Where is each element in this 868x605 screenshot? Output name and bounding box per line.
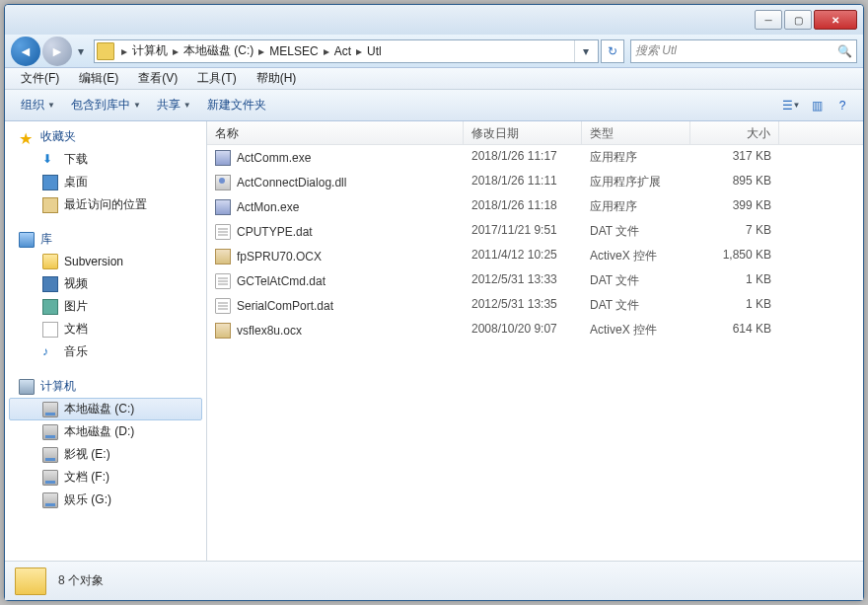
- file-type: 应用程序: [582, 196, 690, 217]
- column-size[interactable]: 大小: [690, 121, 779, 144]
- nav-history-dropdown[interactable]: ▾: [74, 38, 88, 64]
- column-modified[interactable]: 修改日期: [464, 121, 582, 144]
- file-type: 应用程序: [582, 147, 690, 168]
- dat-icon: [215, 298, 231, 314]
- file-list-pane: 名称 修改日期 类型 大小 ActComm.exe2018/1/26 11:17…: [207, 121, 863, 561]
- navigation-pane[interactable]: ★ 收藏夹 ⬇下载 桌面 最近访问的位置 库 Subversion 视频 图片 …: [5, 121, 207, 561]
- file-name: fpSPRU70.OCX: [237, 250, 322, 264]
- file-size: 1,850 KB: [690, 246, 779, 266]
- file-date: 2018/1/26 11:18: [464, 196, 582, 217]
- column-name[interactable]: 名称: [207, 121, 464, 144]
- library-icon: [19, 232, 35, 248]
- status-bar: 8 个对象: [5, 561, 863, 600]
- include-library-button[interactable]: 包含到库中▼: [63, 93, 149, 117]
- file-list[interactable]: ActComm.exe2018/1/26 11:17应用程序317 KBActC…: [207, 145, 863, 561]
- file-row[interactable]: GCTelAtCmd.dat2012/5/31 13:33DAT 文件1 KB: [207, 268, 863, 293]
- help-button[interactable]: ?: [830, 94, 855, 117]
- sidebar-item-drive-c[interactable]: 本地磁盘 (C:): [9, 398, 202, 420]
- sidebar-item-desktop[interactable]: 桌面: [5, 171, 206, 193]
- search-icon[interactable]: 🔍: [837, 44, 852, 58]
- sidebar-item-drive-g[interactable]: 娱乐 (G:): [5, 489, 206, 511]
- breadcrumb-item[interactable]: Act: [332, 44, 353, 58]
- share-button[interactable]: 共享▼: [149, 93, 199, 117]
- breadcrumb-item[interactable]: Utl: [365, 44, 384, 58]
- close-button[interactable]: ✕: [814, 10, 857, 30]
- drive-icon: [42, 447, 58, 463]
- file-name: ActMon.exe: [237, 200, 299, 214]
- view-options-button[interactable]: ☰▼: [778, 94, 804, 117]
- computer-header[interactable]: 计算机: [5, 375, 206, 398]
- new-folder-button[interactable]: 新建文件夹: [199, 93, 274, 117]
- menu-help[interactable]: 帮助(H): [247, 68, 307, 89]
- breadcrumb-item[interactable]: MELSEC: [267, 44, 320, 58]
- back-button[interactable]: ◄: [11, 37, 40, 66]
- column-type[interactable]: 类型: [582, 121, 690, 144]
- file-row[interactable]: ActMon.exe2018/1/26 11:18应用程序399 KB: [207, 194, 863, 219]
- organize-button[interactable]: 组织▼: [13, 93, 63, 117]
- chevron-right-icon[interactable]: ▸: [170, 44, 181, 58]
- menu-edit[interactable]: 编辑(E): [69, 68, 128, 89]
- sidebar-item-music[interactable]: ♪音乐: [5, 340, 206, 363]
- chevron-down-icon: ▼: [133, 101, 141, 110]
- star-icon: ★: [19, 129, 35, 145]
- file-type: 应用程序扩展: [582, 172, 690, 192]
- file-type: DAT 文件: [582, 295, 690, 316]
- download-icon: ⬇: [42, 152, 58, 168]
- file-name: ActComm.exe: [237, 151, 311, 165]
- sidebar-item-recent[interactable]: 最近访问的位置: [5, 193, 206, 216]
- favorites-group: ★ 收藏夹 ⬇下载 桌面 最近访问的位置: [5, 125, 206, 216]
- file-date: 2018/1/26 11:17: [464, 147, 582, 168]
- dll-icon: [215, 175, 231, 190]
- status-text: 8 个对象: [58, 572, 104, 589]
- file-row[interactable]: fpSPRU70.OCX2011/4/12 10:25ActiveX 控件1,8…: [207, 244, 863, 268]
- computer-group: 计算机 本地磁盘 (C:) 本地磁盘 (D:) 影视 (E:) 文档 (F:) …: [5, 375, 206, 511]
- title-bar[interactable]: ─ ▢ ✕: [5, 5, 863, 35]
- file-date: 2008/10/20 9:07: [464, 320, 582, 340]
- menu-bar: 文件(F) 编辑(E) 查看(V) 工具(T) 帮助(H): [5, 68, 863, 90]
- computer-icon: [19, 379, 35, 395]
- breadcrumb-item[interactable]: 本地磁盘 (C:): [181, 42, 255, 59]
- preview-pane-button[interactable]: ▥: [804, 94, 830, 117]
- search-input[interactable]: 搜索 Utl 🔍: [630, 39, 857, 63]
- menu-file[interactable]: 文件(F): [11, 68, 69, 89]
- column-header: 名称 修改日期 类型 大小: [207, 121, 863, 145]
- file-size: 399 KB: [690, 196, 779, 217]
- libraries-header[interactable]: 库: [5, 228, 206, 251]
- file-type: DAT 文件: [582, 221, 690, 242]
- nav-bar: ◄ ► ▾ ▸ 计算机 ▸ 本地磁盘 (C:) ▸ MELSEC ▸ Act ▸…: [5, 35, 863, 68]
- chevron-down-icon: ▼: [183, 101, 191, 110]
- chevron-right-icon[interactable]: ▸: [321, 44, 332, 58]
- file-row[interactable]: CPUTYPE.dat2017/11/21 9:51DAT 文件7 KB: [207, 219, 863, 244]
- sidebar-item-drive-e[interactable]: 影视 (E:): [5, 443, 206, 466]
- file-row[interactable]: vsflex8u.ocx2008/10/20 9:07ActiveX 控件614…: [207, 318, 863, 342]
- menu-tools[interactable]: 工具(T): [187, 68, 246, 89]
- drive-icon: [42, 424, 58, 440]
- sidebar-item-pictures[interactable]: 图片: [5, 295, 206, 318]
- sidebar-item-subversion[interactable]: Subversion: [5, 251, 206, 272]
- file-name: SerialComPort.dat: [237, 299, 333, 313]
- explorer-window: ─ ▢ ✕ ◄ ► ▾ ▸ 计算机 ▸ 本地磁盘 (C:) ▸ MELSEC ▸…: [4, 4, 864, 601]
- maximize-button[interactable]: ▢: [784, 10, 812, 30]
- breadcrumb-item[interactable]: 计算机: [130, 42, 170, 59]
- chevron-right-icon[interactable]: ▸: [353, 44, 365, 58]
- file-row[interactable]: SerialComPort.dat2012/5/31 13:35DAT 文件1 …: [207, 293, 863, 318]
- refresh-button[interactable]: ↻: [601, 39, 624, 63]
- sidebar-item-drive-d[interactable]: 本地磁盘 (D:): [5, 420, 206, 443]
- ocx-icon: [215, 249, 231, 265]
- file-row[interactable]: ActComm.exe2018/1/26 11:17应用程序317 KB: [207, 145, 863, 170]
- file-type: ActiveX 控件: [582, 320, 690, 340]
- minimize-button[interactable]: ─: [755, 10, 782, 30]
- sidebar-item-drive-f[interactable]: 文档 (F:): [5, 466, 206, 489]
- file-row[interactable]: ActConnectDialog.dll2018/1/26 11:11应用程序扩…: [207, 170, 863, 194]
- address-bar[interactable]: ▸ 计算机 ▸ 本地磁盘 (C:) ▸ MELSEC ▸ Act ▸ Utl ▾: [94, 39, 599, 63]
- sidebar-item-documents[interactable]: 文档: [5, 318, 206, 340]
- menu-view[interactable]: 查看(V): [128, 68, 187, 89]
- address-dropdown[interactable]: ▾: [574, 40, 596, 62]
- favorites-header[interactable]: ★ 收藏夹: [5, 125, 206, 148]
- forward-button[interactable]: ►: [42, 37, 72, 66]
- chevron-right-icon[interactable]: ▸: [255, 44, 267, 58]
- sidebar-item-videos[interactable]: 视频: [5, 272, 206, 295]
- chevron-right-icon[interactable]: ▸: [118, 44, 130, 58]
- drive-icon: [42, 402, 58, 417]
- sidebar-item-downloads[interactable]: ⬇下载: [5, 148, 206, 171]
